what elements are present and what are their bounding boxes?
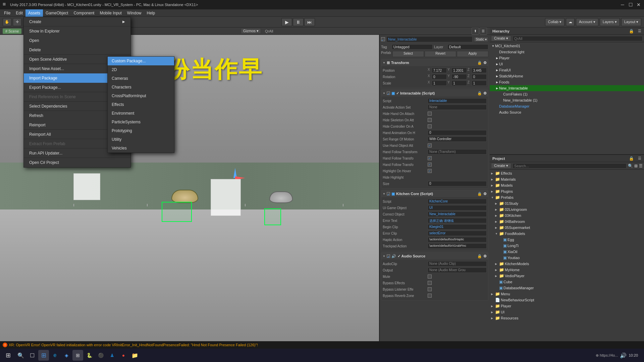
menu-edit[interactable]: Edit <box>13 9 25 17</box>
ctx-create[interactable]: Create ▶ <box>24 17 130 26</box>
sub-environment[interactable]: Environment <box>108 109 174 118</box>
tree-item-audio-source[interactable]: Audio Source <box>490 109 644 115</box>
tree-item-player[interactable]: ▶ Player <box>490 55 644 61</box>
project-item-resources[interactable]: ▶ 📁 Resources <box>490 315 644 321</box>
hierarchy-lock[interactable]: 🔒 <box>629 29 634 34</box>
hierarchy-create-btn[interactable]: Create ▾ <box>491 36 511 41</box>
hand-anim-value[interactable]: 0 <box>428 130 487 135</box>
tree-item-mci-kitchen[interactable]: ▼ MCI_Kitchen01 <box>490 43 644 49</box>
project-item-longti[interactable]: ▣ LongTi <box>490 243 644 249</box>
project-item-ui-folder[interactable]: ▶ 📁 UI <box>490 309 644 315</box>
project-item-plugins[interactable]: ▶ 📁 Plugins <box>490 188 644 194</box>
project-item-databasemanager[interactable]: ▣ DatabaseManager <box>490 285 644 291</box>
tag-select[interactable]: Untagged <box>392 44 433 50</box>
tree-item-directional-light[interactable]: Directional light <box>490 49 644 55</box>
rot-z-field[interactable]: 0 <box>472 74 487 79</box>
kc-correct-value[interactable]: New_Interactable <box>428 212 487 217</box>
pos-x-field[interactable]: 7.172 <box>432 68 447 73</box>
prefab-select-btn[interactable]: Select <box>392 51 424 57</box>
sub-custom-package[interactable]: Custom Package... <box>108 57 174 65</box>
sub-crossplatform[interactable]: CrossPlatformInput <box>108 92 174 100</box>
menu-component[interactable]: Component <box>71 9 97 17</box>
kc-haptic-value[interactable]: \actions\default\out\Haptic <box>428 237 487 242</box>
layer-select[interactable]: Default <box>447 44 488 50</box>
kitchen-core-lock[interactable]: 🔒 <box>477 192 482 196</box>
prefab-revert-btn[interactable]: Revert <box>425 51 456 57</box>
project-item-myhome[interactable]: ▶ 📁 MyHome <box>490 267 644 273</box>
project-item-foodmodels[interactable]: ▼ 📁 FoodModels <box>490 231 644 237</box>
audio-lock[interactable]: 🔒 <box>477 254 482 258</box>
sub-effects[interactable]: Effects <box>108 100 174 109</box>
sub-prototyping[interactable]: Prototyping <box>108 126 174 135</box>
step-button[interactable]: ⏭ <box>304 18 315 26</box>
taskbar-edge[interactable]: e <box>50 350 60 361</box>
bypass-check[interactable] <box>428 281 432 285</box>
sub-2d[interactable]: 2D <box>108 65 174 74</box>
audio-gear[interactable]: ⚙ <box>483 254 487 258</box>
pos-z-field[interactable]: 3.445 <box>472 68 487 73</box>
project-item-player[interactable]: ▶ 📁 Player <box>490 303 644 309</box>
close-button[interactable]: ✕ <box>636 2 641 7</box>
hand-follow3-check[interactable] <box>428 163 432 167</box>
bypass-listener-check[interactable] <box>428 287 432 291</box>
project-item-materials[interactable]: ▶ 📁 Materials <box>490 176 644 182</box>
tree-item-databasemanager[interactable]: DatabaseManager <box>490 103 644 109</box>
kc-trackpad-value[interactable]: \actions\default\in\GrabPinc <box>428 243 487 249</box>
ctx-delete[interactable]: Delete <box>24 45 130 55</box>
activate-value[interactable]: None <box>428 105 487 110</box>
hierarchy-search[interactable] <box>513 36 643 41</box>
cloud-button[interactable]: ☁ <box>566 18 575 26</box>
ctx-open[interactable]: Open <box>24 36 130 45</box>
audioclip-value[interactable]: None (Audio Clip) <box>428 261 487 266</box>
project-item-03kitchen[interactable]: ▶ 📁 03Kitchen <box>490 213 644 219</box>
ctx-open-csharp[interactable]: Open C# Project <box>24 158 130 167</box>
hierarchy-options[interactable]: ☰ <box>638 29 641 33</box>
transform-header[interactable]: ▼ ⊞ Transform 🔒 ⚙ <box>381 59 488 66</box>
sub-utility[interactable]: Utility <box>108 135 174 144</box>
sub-cameras[interactable]: Cameras <box>108 74 174 83</box>
tree-item-finalui[interactable]: ▶ FinalUI <box>490 67 644 73</box>
project-search[interactable] <box>513 163 627 169</box>
tree-item-cornflakes[interactable]: CornFlakes (1) <box>490 91 644 97</box>
menu-gameobject[interactable]: GameObject <box>43 9 71 17</box>
layers-button[interactable]: Layers ▾ <box>600 18 620 26</box>
gizmos-button[interactable]: Gizmos ▾ <box>241 28 261 34</box>
tree-item-new-interactable-1[interactable]: New_Interactable (1) <box>490 97 644 103</box>
object-active-checkbox[interactable] <box>381 37 385 41</box>
tree-item-ui[interactable]: ▶ UI <box>490 61 644 67</box>
kc-error-clip-value[interactable]: selectError <box>428 231 487 236</box>
taskbar-start[interactable]: ⊞ <box>1 349 15 361</box>
interactable-header[interactable]: ▼ ▣ ✓ Interactable (Script) 🔒 ⚙ <box>381 90 488 97</box>
kc-begin-value[interactable]: Kbegin01 <box>428 224 487 230</box>
kitchen-core-gear[interactable]: ⚙ <box>483 192 487 196</box>
hide-controller-check[interactable] <box>428 124 432 128</box>
sub-particle-systems[interactable]: ParticleSystems <box>108 118 174 126</box>
hand-follow-value[interactable]: None (Transform) <box>428 149 487 155</box>
project-lock[interactable]: 🔒 <box>629 156 634 161</box>
play-button[interactable]: ▶ <box>281 18 292 26</box>
project-item-models[interactable]: ▶ 📁 Models <box>490 182 644 188</box>
tool-hand[interactable]: ✋ <box>3 18 11 26</box>
project-item-05supermarket[interactable]: ▶ 📁 05Supermarket <box>490 225 644 231</box>
mute-check[interactable] <box>428 275 432 279</box>
project-item-effects[interactable]: ▶ 📁 Effects <box>490 170 644 176</box>
sub-characters[interactable]: Characters <box>108 83 174 92</box>
project-create-btn[interactable]: Create ▾ <box>491 163 511 169</box>
prefab-apply-btn[interactable]: Apply <box>457 51 488 57</box>
project-item-cube[interactable]: ▣ Cube <box>490 279 644 285</box>
interactable-gear[interactable]: ⚙ <box>483 91 487 96</box>
pause-button[interactable]: ⏸ <box>293 18 304 26</box>
taskbar-unity[interactable]: ⊞ <box>72 350 83 361</box>
taskbar-explorer[interactable]: ⊞ <box>38 350 49 361</box>
collab-button[interactable]: Collab ▾ <box>545 18 565 26</box>
output-value[interactable]: None (Audio Mixer Grou <box>428 267 487 273</box>
tree-item-foods[interactable]: ▶ Foods <box>490 79 644 85</box>
taskbar-files[interactable]: 📁 <box>129 350 140 361</box>
bypass-reverb-check[interactable] <box>428 294 432 298</box>
static-badge[interactable]: Static ▾ <box>474 37 488 42</box>
transform-menu-icon[interactable]: ⚙ <box>483 61 487 65</box>
menu-assets[interactable]: Assets <box>25 9 43 17</box>
maximize-scene[interactable]: ⬆ <box>472 27 479 35</box>
audio-source-enable[interactable] <box>387 254 390 258</box>
size-value[interactable]: 0 <box>428 181 487 186</box>
